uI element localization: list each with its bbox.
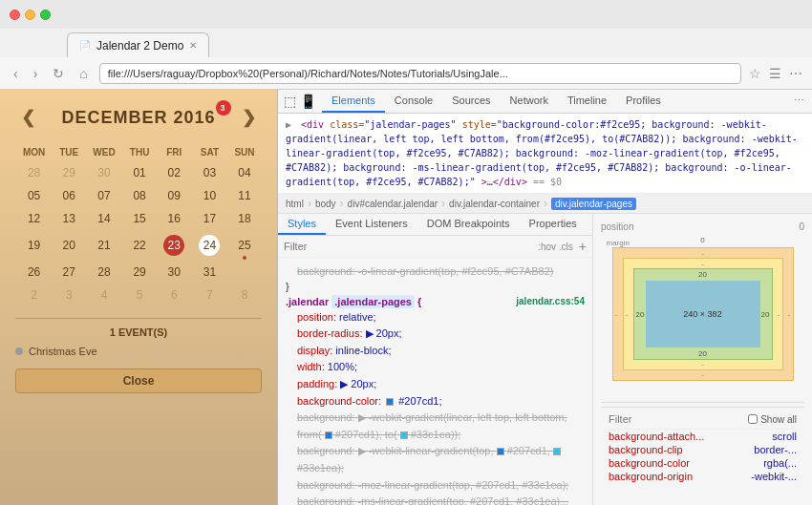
border-label-left: - [626,310,629,319]
calendar-day[interactable]: 30 [85,161,122,184]
calendar-day[interactable]: 12 [15,207,53,230]
prop-name: background: [297,265,355,277]
tab-sources[interactable]: Sources [442,90,500,113]
calendar-day[interactable]: 21 [85,230,122,261]
prop-name: width: [297,361,325,372]
tab-timeline[interactable]: Timeline [558,90,616,113]
calendar-day[interactable]: 18 [227,207,262,230]
calendar-day[interactable]: 3 [53,284,85,306]
inspect-icon[interactable]: ⬚ [284,94,296,109]
calendar-day[interactable]: 31 [192,261,227,284]
calendar-day[interactable]: 30 [157,261,192,284]
margin-outer-label: margin [607,239,630,247]
bc-body[interactable]: body [315,199,336,209]
calendar-day[interactable]: 5 [123,284,157,306]
bc-div-container[interactable]: div.jalendar-container [449,199,540,209]
calendar-day[interactable]: 03 [192,161,227,184]
calendar-day[interactable]: 01 [123,161,157,184]
calendar-day[interactable]: 24 [192,230,227,261]
calendar-day[interactable]: 16 [157,207,192,230]
close-button[interactable]: Close [15,368,262,393]
download-icon[interactable]: ⋯ [789,66,802,81]
calendar-day[interactable]: 10 [192,184,227,207]
pseudo-filter[interactable]: :hov .cls [538,242,573,252]
calendar-day[interactable]: 2 [15,284,53,306]
calendar-day[interactable]: 7 [192,284,227,306]
styles-tab-bar: Styles Event Listeners DOM Breakpoints P… [278,214,592,236]
calendar-day[interactable]: 11 [227,184,262,207]
refresh-button[interactable]: ↻ [49,64,68,83]
calendar-day[interactable]: 02 [157,161,192,184]
prev-month-button[interactable]: ❮ [15,105,41,130]
calendar-day[interactable]: 04 [227,161,262,184]
prop-name: padding: [297,378,337,389]
calendar-day[interactable]: 29 [123,261,157,284]
computed-filter-input[interactable] [609,413,742,425]
calendar-day[interactable]: 29 [53,161,85,184]
tab-elements[interactable]: Elements [322,90,385,113]
rule-prop-width: width: 100%; [297,359,585,376]
maximize-button[interactable] [40,10,51,20]
show-all-checkbox[interactable] [748,414,758,424]
next-month-button[interactable]: ❯ [236,105,262,130]
bc-html[interactable]: html [286,199,304,209]
calendar-day[interactable]: 25 [227,230,262,261]
tab-console[interactable]: Console [385,90,442,113]
dom-breakpoints-tab[interactable]: DOM Breakpoints [417,214,520,235]
expand-arrow[interactable]: ▶ [286,119,291,130]
file-reference[interactable]: jalendar.css:54 [516,296,585,307]
calendar-day[interactable]: 09 [157,184,192,207]
active-tab[interactable]: 📄 Jalendar 2 Demo ✕ [67,32,209,57]
calendar-day[interactable]: 20 [53,230,85,261]
event-listeners-tab[interactable]: Event Listeners [326,214,417,235]
calendar-day[interactable]: 8 [227,284,262,306]
calendar-day[interactable]: 28 [85,261,122,284]
calendar-day[interactable]: 28 [15,161,53,184]
table-row: 26 27 28 29 30 31 [15,261,262,284]
calendar-day[interactable]: 06 [53,184,85,207]
forward-button[interactable]: › [30,64,42,83]
device-icon[interactable]: 📱 [300,94,316,109]
minimize-button[interactable] [25,10,35,20]
calendar-day[interactable]: 14 [85,207,122,230]
calendar-day[interactable]: 15 [123,207,157,230]
computed-filter-bar: Show all [609,411,797,430]
back-button[interactable]: ‹ [10,64,22,83]
table-row: 28 29 30 01 02 03 04 [15,161,262,184]
calendar-day[interactable]: 07 [85,184,122,207]
address-bar[interactable]: file:///Users/raguay/Dropbox%20(Personal… [99,63,741,84]
tab-profiles[interactable]: Profiles [616,90,671,113]
calendar-day[interactable]: 4 [85,284,122,306]
calendar-day[interactable]: 08 [123,184,157,207]
col-thu: THU [123,143,157,161]
calendar-day[interactable] [227,261,262,284]
devtools-more-button[interactable]: ⋯ [786,90,812,113]
padding-label-top: 20 [698,270,707,279]
styles-tab[interactable]: Styles [278,214,326,235]
calendar-day[interactable]: 13 [53,207,85,230]
bookmark-icon[interactable]: ☆ [749,66,761,81]
styles-filter-input[interactable] [284,241,532,252]
tab-close-button[interactable]: ✕ [189,40,197,51]
tag-open: <div [301,119,324,130]
calendar-day[interactable]: 05 [15,184,53,207]
dom-breadcrumb: html › body › div#calendar.jalendar › di… [278,194,812,214]
calendar-day[interactable]: 23 [157,230,192,261]
tab-network[interactable]: Network [501,90,558,113]
calendar-day[interactable]: 17 [192,207,227,230]
calendar-day[interactable]: 22 [123,230,157,261]
calendar-day[interactable]: 6 [157,284,192,306]
selector-highlight: .jalendar-pages [331,295,415,308]
properties-tab[interactable]: Properties [520,214,587,235]
calendar-day[interactable]: 27 [53,261,85,284]
home-button[interactable]: ⌂ [75,64,91,83]
bc-div-pages[interactable]: div.jalendar-pages [551,198,636,210]
reading-icon[interactable]: ☰ [769,66,781,81]
calendar-day[interactable]: 19 [15,230,53,261]
attr-style: style= [462,119,497,130]
padding-label-left: 20 [636,310,645,319]
close-button[interactable] [10,10,20,20]
bc-div-calendar[interactable]: div#calendar.jalendar [348,199,438,209]
add-style-button[interactable]: + [579,239,587,254]
calendar-day[interactable]: 26 [15,261,53,284]
